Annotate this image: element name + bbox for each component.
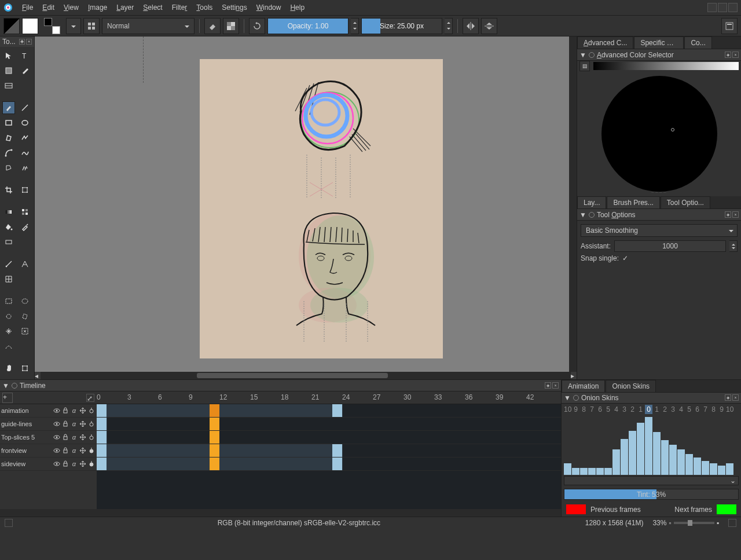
menu-select[interactable]: Select (138, 1, 167, 14)
visibility-icon[interactable] (53, 420, 61, 428)
acs-float-button[interactable]: ◈ (725, 52, 731, 58)
menu-help[interactable]: Help (285, 1, 309, 14)
onion-opacity-bar[interactable] (677, 449, 685, 475)
tab-layers[interactable]: Lay... (577, 196, 606, 208)
tab-onion-skins[interactable]: Onion Skins (606, 380, 656, 392)
crop-tool[interactable] (2, 184, 15, 196)
keyframe[interactable] (332, 404, 342, 417)
visibility-icon[interactable] (53, 407, 61, 415)
calligraphy-tool[interactable] (19, 64, 31, 77)
menu-settings[interactable]: Settings (217, 1, 251, 14)
ellipse-tool[interactable] (19, 116, 31, 129)
keyframe[interactable] (97, 457, 107, 470)
move-icon[interactable] (79, 407, 87, 415)
alpha-icon[interactable]: α (70, 446, 78, 455)
keyframe[interactable] (332, 457, 342, 470)
mirror-horizontal-button[interactable] (463, 18, 479, 34)
tab-color[interactable]: Co... (684, 36, 711, 49)
background-swatch[interactable] (22, 18, 38, 34)
onion-tint-slider[interactable]: Tint: 53% (564, 489, 739, 500)
canvas-viewport[interactable]: ◂ ▸ (35, 36, 577, 379)
timeline-track-row[interactable] (97, 418, 561, 431)
reload-brush-button[interactable] (249, 18, 265, 34)
freehand-select-tool[interactable] (2, 310, 15, 323)
alpha-lock-toggle[interactable] (223, 18, 239, 34)
menu-edit[interactable]: Edit (38, 1, 59, 14)
onion-scale-number[interactable]: 10 (564, 405, 571, 413)
rectangle-tool[interactable] (2, 116, 15, 129)
onion-scale-number[interactable]: 7 (702, 405, 709, 413)
onion-opacity-bar[interactable] (645, 417, 652, 475)
onion-scale-number[interactable]: 4 (677, 405, 685, 413)
tab-brush-presets[interactable]: Brush Pres... (607, 196, 659, 208)
onion-opacity-bar[interactable] (612, 449, 620, 475)
move-icon[interactable] (79, 433, 87, 441)
keyframe[interactable] (210, 431, 219, 444)
onion-opacity-bar[interactable] (669, 445, 677, 475)
grid-tool[interactable] (2, 273, 15, 286)
zoom-in-icon[interactable]: ▪ (717, 519, 719, 527)
onion-opacity-bar[interactable] (637, 423, 644, 475)
toolbox-close-button[interactable]: × (26, 39, 32, 45)
onion-opacity-bar[interactable] (621, 439, 628, 475)
polyline-tool[interactable] (19, 131, 31, 144)
onion-opacity-bar[interactable] (580, 468, 588, 475)
tab-advanced-color[interactable]: Advanced C... (577, 36, 633, 49)
timeline-track-row[interactable] (97, 457, 561, 471)
move-icon[interactable] (79, 446, 87, 455)
timeline-tracks[interactable]: 03691215182124273033363942 (97, 391, 561, 509)
onion-scale-number[interactable]: 7 (588, 405, 596, 413)
lock-icon[interactable] (61, 420, 69, 428)
onion-opacity-bar[interactable] (653, 432, 661, 475)
gradient-tool[interactable] (2, 206, 15, 218)
window-close-button[interactable] (728, 3, 738, 12)
keyframe[interactable] (97, 418, 107, 430)
polygon-tool[interactable] (2, 131, 15, 144)
onion-opacity-bar[interactable] (702, 461, 709, 475)
move-tool[interactable] (2, 49, 15, 62)
polygon-select-tool[interactable] (19, 310, 31, 323)
onion-opacity-bars[interactable] (562, 415, 741, 475)
onion-scale-number[interactable]: 2 (661, 405, 669, 413)
toolbox-float-button[interactable]: ◈ (19, 39, 25, 45)
onion-opacity-bar[interactable] (604, 468, 612, 475)
keyframe[interactable] (97, 431, 107, 444)
onion-opacity-bar[interactable] (588, 468, 596, 475)
move-icon[interactable] (79, 460, 87, 468)
brush-settings-button[interactable] (83, 18, 100, 34)
timeline-ruler[interactable]: 03691215182124273033363942 (97, 391, 561, 404)
value-gradient[interactable]: ▤ (593, 62, 739, 70)
keyframe[interactable] (97, 444, 107, 457)
bezier-select-tool[interactable] (2, 340, 15, 353)
onion-icon[interactable] (87, 460, 96, 468)
onion-float-button[interactable]: ◈ (725, 394, 731, 401)
onion-scale-number[interactable]: 3 (621, 405, 628, 413)
onion-opacity-bar[interactable] (572, 468, 579, 475)
onion-scale-number[interactable]: 8 (710, 405, 717, 413)
onion-icon[interactable] (87, 433, 96, 441)
tab-specific-color[interactable]: Specific C... (634, 36, 684, 49)
zoom-slider[interactable] (674, 522, 714, 524)
keyframe[interactable] (97, 404, 107, 417)
onion-icon[interactable] (87, 420, 96, 428)
pattern-swatch[interactable] (3, 18, 20, 34)
canvas[interactable] (200, 59, 443, 358)
keyframe[interactable] (210, 457, 219, 470)
ellipse-select-tool[interactable] (19, 295, 31, 308)
keyframe[interactable] (210, 444, 219, 457)
timeline-track-row[interactable] (97, 404, 561, 418)
assistant-spinner[interactable] (729, 240, 738, 252)
onion-scale-number[interactable]: 0 (645, 405, 652, 414)
onion-scale-number[interactable]: 3 (669, 405, 677, 413)
menu-window[interactable]: Window (252, 1, 286, 14)
add-layer-button[interactable]: + (2, 393, 13, 403)
smoothing-select[interactable]: Basic Smoothing (581, 224, 738, 237)
text-tool[interactable]: T (19, 49, 31, 62)
rect-select-tool[interactable] (2, 295, 15, 308)
acs-close-button[interactable]: × (732, 52, 739, 58)
brush-tool[interactable] (2, 101, 15, 114)
to-close-button[interactable]: × (732, 211, 739, 218)
tab-tool-options[interactable]: Tool Optio... (661, 196, 710, 208)
color-wheel[interactable]: ┄┄┄┄ (577, 71, 741, 196)
prev-frames-color[interactable] (566, 504, 586, 514)
